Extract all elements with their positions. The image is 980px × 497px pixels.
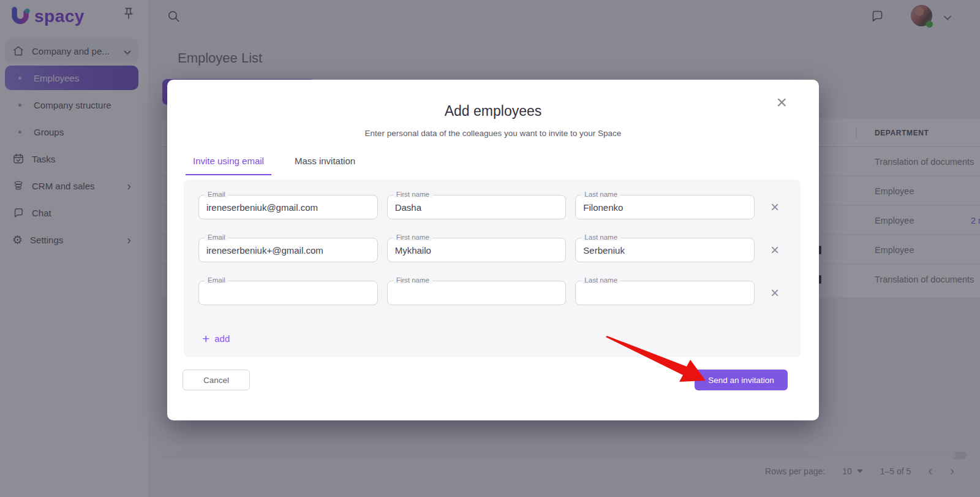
first-name-field[interactable] — [387, 281, 567, 305]
add-row-label: add — [214, 333, 230, 344]
last-name-field-wrap: Last name — [575, 281, 755, 305]
email-field-wrap: Email — [198, 281, 378, 305]
email-field[interactable] — [198, 238, 378, 262]
invite-row: Email First name Last name × — [198, 238, 786, 262]
tab-invite-using-email[interactable]: Invite using email — [186, 151, 271, 175]
first-name-field-wrap: First name — [387, 195, 567, 219]
email-field-wrap: Email — [198, 195, 378, 219]
last-name-field[interactable] — [575, 281, 755, 305]
email-field-wrap: Email — [198, 238, 378, 262]
first-name-field-label: First name — [393, 276, 432, 284]
modal-tabs: Invite using email Mass invitation — [186, 151, 363, 175]
remove-row-button[interactable]: × — [764, 282, 786, 304]
invite-row: Email First name Last name × — [198, 195, 786, 219]
tab-mass-invitation[interactable]: Mass invitation — [287, 151, 363, 175]
last-name-field[interactable] — [575, 238, 755, 262]
modal-subtitle: Enter personal data of the colleagues yo… — [167, 129, 819, 138]
email-field[interactable] — [198, 281, 378, 305]
first-name-field[interactable] — [387, 195, 567, 219]
email-field-label: Email — [205, 191, 228, 198]
remove-row-button[interactable]: × — [764, 196, 786, 218]
add-employees-modal: × Add employees Enter personal data of t… — [167, 80, 819, 420]
first-name-field[interactable] — [387, 238, 567, 262]
remove-row-button[interactable]: × — [764, 239, 786, 261]
first-name-field-wrap: First name — [387, 281, 567, 305]
add-row-button[interactable]: + add — [202, 332, 230, 345]
last-name-field-label: Last name — [581, 233, 620, 241]
close-icon[interactable]: × — [776, 93, 787, 112]
first-name-field-label: First name — [393, 191, 432, 198]
last-name-field-wrap: Last name — [575, 238, 755, 262]
invite-form-panel: Email First name Last name × Email First… — [184, 180, 801, 357]
invite-row: Email First name Last name × — [198, 281, 786, 305]
cancel-button[interactable]: Cancel — [183, 370, 250, 390]
email-field-label: Email — [205, 276, 228, 284]
last-name-field[interactable] — [575, 195, 755, 219]
last-name-field-label: Last name — [581, 191, 620, 198]
first-name-field-wrap: First name — [387, 238, 567, 262]
last-name-field-label: Last name — [581, 276, 620, 284]
plus-icon: + — [202, 332, 209, 345]
last-name-field-wrap: Last name — [575, 195, 755, 219]
email-field[interactable] — [198, 195, 378, 219]
email-field-label: Email — [205, 233, 228, 241]
first-name-field-label: First name — [393, 233, 432, 241]
send-invitation-button[interactable]: Send an invitation — [695, 370, 788, 390]
modal-title: Add employees — [167, 103, 819, 120]
